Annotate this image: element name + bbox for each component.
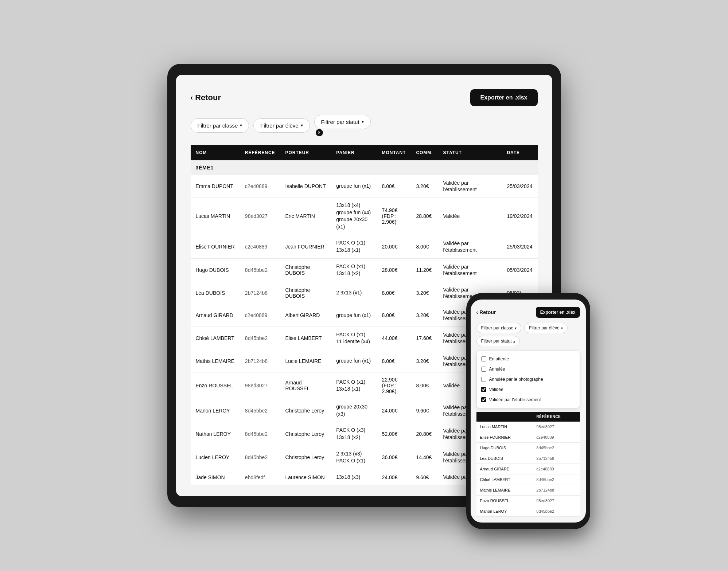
- dropdown-item-annulee[interactable]: Annulée: [477, 364, 580, 374]
- checkbox-annulee[interactable]: [481, 367, 486, 372]
- cell-porteur: Elise LAMBERT: [280, 326, 331, 350]
- phone-cell-nom: Arnaud GIRARD: [476, 464, 533, 474]
- phone-filter-class-button[interactable]: Filtrer par classe ▾: [476, 323, 522, 333]
- cell-montant: 8.00€: [377, 282, 411, 304]
- filter-by-class-button[interactable]: Filtrer par classe ▾: [191, 118, 249, 133]
- phone-filter-row-2: Filtrer par statut ▴: [476, 336, 580, 346]
- phone-screen: ‹ Retour Exporter en .xlsx Filtrer par c…: [471, 300, 586, 523]
- checkbox-validee[interactable]: [481, 387, 486, 392]
- phone-table-row[interactable]: Manon LEROY 8d45bbe2: [476, 506, 580, 517]
- cell-nom: Hugo DUBOIS: [191, 258, 240, 282]
- phone-chevron-down-icon-2: ▾: [561, 326, 563, 330]
- cell-panier: 13x18 (x4) groupe fun (x4) groupe 20x30 …: [331, 197, 377, 235]
- cell-montant: 36.00€: [377, 446, 411, 469]
- dropdown-label-validee-etab: Validée par l'établissement: [489, 397, 541, 402]
- filter-class-label: Filtrer par classe: [198, 122, 238, 129]
- checkbox-en-attente[interactable]: [481, 356, 486, 361]
- cell-comm: 8.00€: [411, 372, 438, 399]
- col-montant: MONTANT: [377, 145, 411, 160]
- cell-nom: Enzo ROUSSEL: [191, 372, 240, 399]
- cell-montant: 24.00€: [377, 469, 411, 485]
- filter-by-student-button[interactable]: Filtrer par élève ▾: [253, 118, 310, 133]
- phone-cell-nom: Elise FOURNIER: [476, 432, 533, 443]
- cell-reference: c2e40889: [240, 235, 280, 258]
- back-button[interactable]: ‹ Retour: [191, 93, 221, 102]
- dropdown-item-en-attente[interactable]: En attente: [477, 354, 580, 364]
- cell-panier: groupe fun (x1): [331, 175, 377, 197]
- cell-comm: 28.80€: [411, 197, 438, 235]
- phone-col-nom: [476, 412, 533, 422]
- checkbox-annulee-photo[interactable]: [481, 377, 486, 382]
- chevron-down-icon: ▾: [240, 123, 242, 128]
- phone-cell-ref: 8d45bbe2: [533, 443, 580, 453]
- phone-col-ref: RÉFÉRENCE: [533, 412, 580, 422]
- phone-table-row[interactable]: Mathis LEMAIRE 2b7124b8: [476, 485, 580, 496]
- dropdown-item-validee-etab[interactable]: Validée par l'établissement: [477, 395, 580, 405]
- cell-porteur: Christophe Leroy: [280, 422, 331, 446]
- cell-reference: 98ed3027: [240, 372, 280, 399]
- dropdown-item-validee[interactable]: Validée: [477, 384, 580, 395]
- cell-reference: 8d45bbe2: [240, 399, 280, 422]
- dropdown-item-annulee-photo[interactable]: Annulée par le photographe: [477, 374, 580, 384]
- cell-comm: 8.00€: [411, 235, 438, 258]
- cell-comm: 9.60€: [411, 469, 438, 485]
- cell-porteur: Arnaud ROUSSEL: [280, 372, 331, 399]
- phone-cell-ref: 98ed3027: [533, 422, 580, 432]
- table-row[interactable]: Emma DUPONT c2e40889 Isabelle DUPONT gro…: [191, 175, 538, 197]
- phone-table-body: Lucas MARTIN 98ed3027 Elise FOURNIER c2e…: [476, 422, 580, 517]
- phone-cell-ref: 98ed3027: [533, 496, 580, 506]
- cell-nom: Emma DUPONT: [191, 175, 240, 197]
- cell-reference: 8d45bbe2: [240, 446, 280, 469]
- cell-panier: PACK O (x1) 13x18 (x1): [331, 372, 377, 399]
- table-row[interactable]: Lucas MARTIN 98ed3027 Eric MARTIN 13x18 …: [191, 197, 538, 235]
- phone-table-header: RÉFÉRENCE: [476, 412, 580, 422]
- cell-statut: Validée par l'établissement: [438, 258, 502, 282]
- phone-table-row[interactable]: Léa DUBOIS 2b7124b8: [476, 453, 580, 464]
- dropdown-label-annulee-photo: Annulée par le photographe: [489, 377, 543, 382]
- phone-table-row[interactable]: Arnaud GIRARD c2e40889: [476, 464, 580, 474]
- chevron-down-icon: ▾: [301, 123, 303, 128]
- phone-filter-status-button[interactable]: Filtrer par statut ▴: [476, 336, 520, 346]
- phone-filter-class-label: Filtrer par classe: [481, 325, 514, 331]
- cell-panier: PACK O (x1) 11 identite (x4): [331, 326, 377, 350]
- cell-reference: 98ed3027: [240, 197, 280, 235]
- filter-clear-button[interactable]: ×: [316, 129, 323, 136]
- phone-back-button[interactable]: ‹ Retour: [476, 309, 496, 315]
- cell-comm: 9.60€: [411, 399, 438, 422]
- cell-montant: 28.00€: [377, 258, 411, 282]
- cell-porteur: Christophe Leroy: [280, 399, 331, 422]
- export-button[interactable]: Exporter en .xlsx: [470, 89, 538, 106]
- phone-filter-area: Filtrer par classe ▾ Filtrer par élève ▾…: [476, 323, 580, 346]
- cell-comm: 11.20€: [411, 258, 438, 282]
- checkbox-validee-etab[interactable]: [481, 397, 486, 402]
- table-row[interactable]: Hugo DUBOIS 8d45bbe2 Christophe DUBOIS P…: [191, 258, 538, 282]
- phone-export-button[interactable]: Exporter en .xlsx: [536, 307, 580, 318]
- cell-comm: 3.20€: [411, 304, 438, 326]
- phone-table-row[interactable]: Hugo DUBOIS 8d45bbe2: [476, 443, 580, 453]
- table-row[interactable]: Elise FOURNIER c2e40889 Jean FOURNIER PA…: [191, 235, 538, 258]
- phone-chevron-up-icon: ▴: [513, 339, 515, 343]
- phone-table-row[interactable]: Chloé LAMBERT 8d45bbe2: [476, 474, 580, 485]
- phone-filter-student-button[interactable]: Filtrer par élève ▾: [524, 323, 567, 333]
- cell-date: 25/03/2024: [502, 175, 537, 197]
- cell-porteur: Christophe DUBOIS: [280, 258, 331, 282]
- phone-table-row[interactable]: Elise FOURNIER c2e40889: [476, 432, 580, 443]
- cell-nom: Chloé LAMBERT: [191, 326, 240, 350]
- table-header: NOM RÉFÉRENCE PORTEUR PANIER MONTANT COM…: [191, 145, 538, 160]
- phone-table-row[interactable]: Enzo ROUSSEL 98ed3027: [476, 496, 580, 506]
- cell-date: 05/03/2024: [502, 258, 537, 282]
- cell-reference: 8d45bbe2: [240, 326, 280, 350]
- cell-nom: Lucas MARTIN: [191, 197, 240, 235]
- cell-reference: 8d45bbe2: [240, 258, 280, 282]
- filter-by-status-button[interactable]: Filtrer par statut ▾: [314, 115, 371, 129]
- phone-table-row[interactable]: Lucas MARTIN 98ed3027: [476, 422, 580, 432]
- phone-filter-student-label: Filtrer par élève: [529, 325, 559, 331]
- cell-porteur: Albert GIRARD: [280, 304, 331, 326]
- cell-montant: 8.00€: [377, 175, 411, 197]
- cell-reference: c2e40889: [240, 175, 280, 197]
- col-comm: COMM.: [411, 145, 438, 160]
- phone-cell-ref: 2b7124b8: [533, 485, 580, 496]
- col-date: DATE: [502, 145, 537, 160]
- cell-porteur: Jean FOURNIER: [280, 235, 331, 258]
- back-chevron-icon: ‹: [191, 93, 193, 102]
